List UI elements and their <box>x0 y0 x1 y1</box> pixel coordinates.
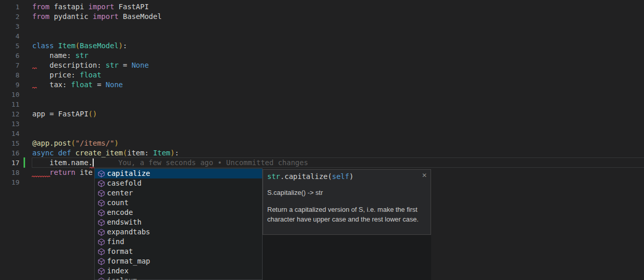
code-token: .capitalize( <box>280 172 332 181</box>
code-line[interactable]: 8 price: float <box>0 70 644 80</box>
line-number: 12 <box>0 109 19 119</box>
inline-blame: You, a few seconds ago • Uncommitted cha… <box>118 158 308 167</box>
method-icon <box>97 189 105 197</box>
code-line[interactable]: 7 description: str = None <box>0 61 644 70</box>
method-icon <box>97 277 105 280</box>
doc-summary: S.capitalize() -> str <box>267 189 426 196</box>
code-line[interactable]: 16async def create_item(item: Item): <box>0 148 644 158</box>
code-token: ) <box>119 42 123 50</box>
suggestion-item[interactable]: format <box>95 247 262 256</box>
method-icon <box>97 179 105 188</box>
suggestion-label: index <box>107 266 128 276</box>
suggestion-label: center <box>107 188 133 198</box>
suggestion-label: count <box>107 198 128 208</box>
suggestion-list[interactable]: capitalize casefold center count encode … <box>95 169 262 280</box>
code-token: ) <box>114 139 118 147</box>
suggestion-item[interactable]: expandtabs <box>95 227 262 237</box>
code-token: BaseModel <box>80 42 119 50</box>
code-line[interactable]: 6 name: str <box>0 51 644 61</box>
suggestion-label: format_map <box>107 256 150 266</box>
code-area[interactable]: 1from fastapi import FastAPI2from pydant… <box>0 0 644 187</box>
suggestion-item[interactable]: encode <box>95 208 262 217</box>
code-line[interactable]: 13 <box>0 119 644 129</box>
code-line[interactable]: 15@app.post("/items/") <box>0 138 644 148</box>
suggestion-item[interactable]: index <box>95 266 262 276</box>
code-token: description: <box>32 61 105 69</box>
code-token: float <box>80 71 101 79</box>
code-line[interactable]: 1from fastapi import FastAPI <box>0 2 644 12</box>
error-squiggle-icon <box>32 67 37 69</box>
code-token: self <box>332 172 349 181</box>
suggestion-item[interactable]: casefold <box>95 178 262 188</box>
suggest-details-shadow <box>263 235 431 280</box>
line-number: 13 <box>0 119 19 129</box>
code-token: None <box>132 61 149 69</box>
code-line[interactable]: 9 tax: float = None <box>0 80 644 90</box>
code-token: item.name. <box>32 158 93 167</box>
line-content: async def create_item(item: Item): <box>32 148 179 158</box>
code-line[interactable]: 14 <box>0 129 644 138</box>
autocomplete-dropdown[interactable]: capitalize casefold center count encode … <box>94 168 263 280</box>
code-token: from <box>32 12 50 21</box>
method-icon <box>97 218 105 227</box>
suggestion-item[interactable]: find <box>95 237 262 247</box>
code-token: from <box>32 3 50 11</box>
line-content: name: str <box>32 51 89 61</box>
method-icon <box>97 170 105 178</box>
code-token <box>54 42 58 50</box>
code-token: ( <box>75 42 79 50</box>
suggestion-item[interactable]: format_map <box>95 256 262 266</box>
error-squiggle-icon <box>32 175 50 177</box>
suggestion-item[interactable]: count <box>95 198 262 208</box>
line-content: app = FastAPI() <box>32 109 97 119</box>
code-token <box>54 149 58 157</box>
code-line[interactable]: 17 item.name.You, a few seconds ago • Un… <box>0 158 644 168</box>
line-content: item.name.You, a few seconds ago • Uncom… <box>32 158 308 168</box>
suggestion-label: endswith <box>107 217 141 227</box>
method-icon <box>97 267 105 275</box>
code-editor[interactable]: 1from fastapi import FastAPI2from pydant… <box>0 0 644 280</box>
code-token: create_item <box>75 149 123 157</box>
suggestion-item[interactable]: isalnum <box>95 276 262 280</box>
code-token: FastAPI <box>114 3 148 11</box>
doc-body: Return a capitalized version of S, i.e. … <box>267 205 427 224</box>
code-token: Item <box>153 149 170 157</box>
code-line[interactable]: 2from pydantic import BaseModel <box>0 12 644 22</box>
code-token: str <box>105 61 118 69</box>
code-token: : <box>175 149 179 157</box>
line-number: 9 <box>0 80 19 90</box>
method-icon <box>97 199 105 207</box>
method-icon <box>97 209 105 217</box>
code-token: def <box>58 149 71 157</box>
suggestion-item[interactable]: endswith <box>95 217 262 227</box>
line-content: tax: float = None <box>32 80 123 90</box>
code-line[interactable]: 12app = FastAPI() <box>0 109 644 119</box>
code-line[interactable]: 11 <box>0 99 644 109</box>
line-number: 19 <box>0 177 19 187</box>
line-number: 14 <box>0 129 19 138</box>
suggestion-label: encode <box>107 208 133 217</box>
code-token: return <box>50 168 76 176</box>
code-token: None <box>105 81 123 89</box>
code-line[interactable]: 5class Item(BaseModel): <box>0 41 644 51</box>
code-line[interactable]: 10 <box>0 90 644 99</box>
code-token: ite <box>75 168 93 176</box>
code-line[interactable]: 3 <box>0 22 644 31</box>
line-number: 15 <box>0 138 19 148</box>
method-icon <box>97 257 105 266</box>
code-line[interactable]: 4 <box>0 31 644 41</box>
code-token: str <box>267 172 280 181</box>
line-number: 18 <box>0 168 19 177</box>
gutter-modified-indicator <box>24 157 25 168</box>
code-token: class <box>32 42 54 50</box>
suggestion-label: isalnum <box>107 276 137 280</box>
line-number: 8 <box>0 70 19 80</box>
suggestion-item[interactable]: center <box>95 188 262 198</box>
line-number: 17 <box>0 158 19 168</box>
suggestion-item[interactable]: capitalize <box>95 169 262 178</box>
line-number: 2 <box>0 12 19 22</box>
method-icon <box>97 248 105 256</box>
line-content: class Item(BaseModel): <box>32 41 127 51</box>
suggestion-label: capitalize <box>107 169 150 178</box>
close-icon[interactable]: ✕ <box>421 171 428 180</box>
